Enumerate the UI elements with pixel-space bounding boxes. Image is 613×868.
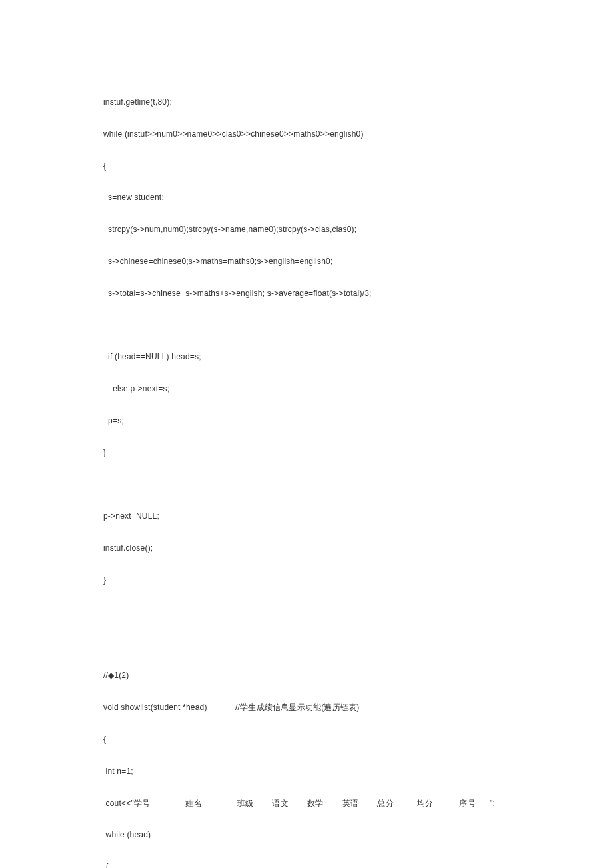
code-line: { bbox=[103, 161, 510, 172]
code-block: instuf.getline(t,80);while (instuf>>num0… bbox=[103, 97, 510, 868]
code-line: s->chinese=chinese0;s->maths=maths0;s->e… bbox=[103, 256, 510, 267]
code-line: s->total=s->chinese+s->maths+s->english;… bbox=[103, 288, 510, 299]
code-line: int n=1; bbox=[103, 766, 510, 777]
code-line: void showlist(student *head) //学生成绩信息显示功… bbox=[103, 702, 510, 713]
code-line: instuf.close(); bbox=[103, 543, 510, 554]
code-line: } bbox=[103, 447, 510, 459]
code-line: { bbox=[103, 734, 510, 745]
code-line bbox=[103, 320, 510, 331]
code-line: cout<<"学号 姓名 班级 语文 数学 英语 总分 均分 序号 "; bbox=[103, 798, 510, 809]
code-line: while (head) bbox=[103, 829, 510, 841]
code-line: //◆1(2) bbox=[103, 670, 510, 681]
code-line: s=new student; bbox=[103, 192, 510, 203]
code-line: if (head==NULL) head=s; bbox=[103, 351, 510, 363]
code-line: } bbox=[103, 575, 510, 586]
code-line: p=s; bbox=[103, 415, 510, 427]
code-line: p->next=NULL; bbox=[103, 511, 510, 522]
code-line: while (instuf>>num0>>name0>>clas0>>chine… bbox=[103, 129, 510, 140]
code-line bbox=[103, 479, 510, 491]
code-line bbox=[103, 607, 510, 618]
code-line: instuf.getline(t,80); bbox=[103, 97, 510, 108]
code-line bbox=[103, 639, 510, 650]
code-line: { bbox=[103, 861, 510, 868]
code-line: else p->next=s; bbox=[103, 383, 510, 395]
code-line: strcpy(s->num,num0);strcpy(s->name,name0… bbox=[103, 224, 510, 235]
